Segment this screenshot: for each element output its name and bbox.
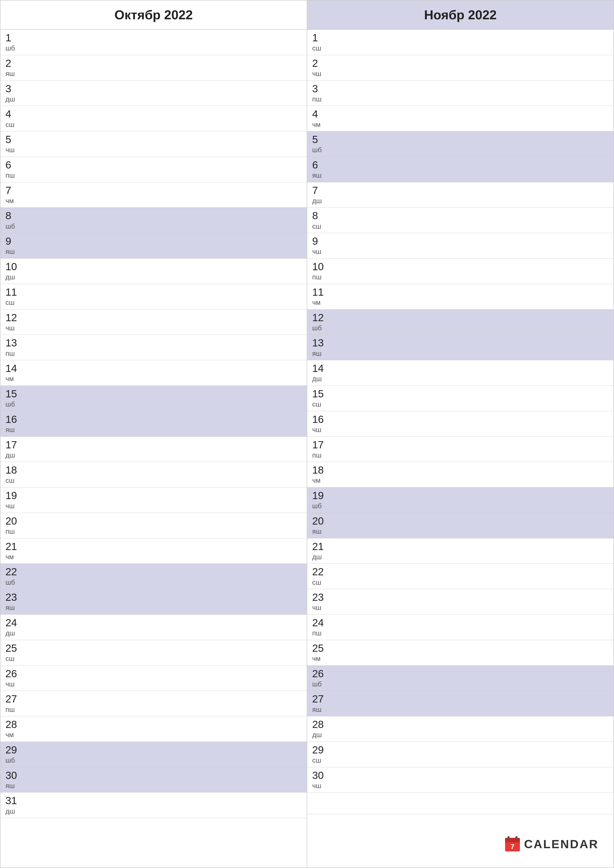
day-info: 7 дш [312, 185, 322, 205]
day-number: 9 [312, 236, 321, 247]
day-number: 15 [312, 388, 324, 400]
day-abbr: шб [5, 400, 17, 409]
november-day-row: 24 пш [307, 615, 614, 640]
day-abbr: чш [5, 680, 17, 688]
october-day-row: 29 шб [0, 742, 307, 767]
day-number: 11 [312, 287, 324, 298]
november-day-row: 2 чш [307, 55, 614, 81]
day-abbr: дш [5, 95, 15, 104]
october-day-row: 28 чм [0, 716, 307, 742]
october-day-row: 23 яш [0, 589, 307, 615]
day-info: 1 сш [312, 32, 321, 53]
day-number: 24 [312, 617, 324, 628]
day-info: 9 яш [5, 236, 15, 256]
day-number: 14 [5, 363, 17, 374]
day-info: 5 чш [5, 134, 15, 154]
day-number: 10 [5, 261, 17, 273]
november-day-row: 10 пш [307, 259, 614, 284]
day-number: 8 [5, 210, 15, 222]
day-abbr: яш [312, 349, 324, 358]
day-number: 28 [5, 719, 17, 730]
logo-area: 7 CALENDAR [504, 835, 598, 852]
day-abbr: пш [5, 527, 17, 536]
day-abbr: яш [312, 171, 322, 180]
day-info: 25 чм [312, 643, 324, 663]
day-info: 13 яш [312, 337, 324, 358]
day-number: 13 [312, 337, 324, 349]
svg-rect-4 [516, 836, 518, 840]
november-empty-row [307, 792, 614, 814]
day-number: 31 [5, 795, 17, 806]
day-info: 30 яш [5, 770, 17, 790]
day-info: 21 дш [312, 541, 324, 561]
day-abbr: чш [5, 146, 15, 154]
november-day-row: 22 сш [307, 564, 614, 589]
day-number: 30 [312, 770, 324, 781]
november-day-row: 5 шб [307, 132, 614, 157]
day-number: 18 [5, 465, 17, 476]
day-number: 3 [312, 83, 322, 95]
november-day-row: 19 шб [307, 487, 614, 513]
day-number: 25 [312, 643, 324, 654]
november-day-row: 23 чш [307, 589, 614, 615]
november-day-row: 18 чм [307, 462, 614, 487]
day-abbr: чш [312, 426, 324, 434]
october-day-row: 11 сш [0, 284, 307, 310]
day-info: 19 шб [312, 490, 324, 510]
day-info: 4 сш [5, 108, 14, 129]
day-abbr: сш [5, 298, 17, 307]
day-number: 27 [5, 693, 17, 705]
day-number: 2 [312, 57, 321, 69]
day-abbr: пш [312, 629, 324, 637]
day-info: 17 дш [5, 439, 17, 459]
day-info: 14 чм [5, 363, 17, 383]
day-number: 20 [5, 515, 17, 527]
day-info: 26 шб [312, 668, 324, 688]
november-day-row: 11 чм [307, 284, 614, 310]
day-info: 27 пш [5, 693, 17, 714]
november-day-row: 21 дш [307, 538, 614, 564]
november-day-row: 13 яш [307, 335, 614, 360]
day-number: 17 [5, 439, 17, 451]
october-day-row: 31 дш [0, 792, 307, 818]
day-abbr: шб [5, 44, 15, 53]
october-day-row: 6 пш [0, 157, 307, 182]
day-abbr: яш [312, 527, 324, 536]
november-day-row: 27 яш [307, 691, 614, 716]
day-number: 30 [5, 770, 17, 781]
october-days: 1 шб 2 яш 3 дш 4 сш 5 чш [0, 30, 307, 868]
day-abbr: дш [312, 731, 324, 739]
day-abbr: чш [312, 782, 324, 790]
day-abbr: шб [5, 222, 15, 231]
day-abbr: чм [5, 731, 17, 739]
october-day-row: 22 шб [0, 564, 307, 589]
day-info: 3 пш [312, 83, 322, 104]
day-number: 21 [312, 541, 324, 552]
october-day-row: 16 яш [0, 411, 307, 437]
day-abbr: шб [312, 502, 324, 510]
october-day-row: 19 чш [0, 487, 307, 513]
day-info: 11 чм [312, 287, 324, 307]
day-info: 8 сш [312, 210, 321, 230]
day-info: 20 пш [5, 515, 17, 536]
day-info: 25 сш [5, 643, 17, 663]
day-number: 29 [5, 744, 17, 756]
logo-text: CALENDAR [524, 837, 598, 851]
day-number: 3 [5, 83, 15, 95]
october-day-row: 20 пш [0, 513, 307, 538]
october-title: Октябр 2022 [114, 8, 193, 22]
day-abbr: чш [312, 248, 321, 256]
day-info: 28 чм [5, 719, 17, 739]
day-abbr: сш [5, 121, 14, 129]
day-abbr: чм [5, 553, 17, 561]
day-number: 6 [5, 160, 15, 171]
day-number: 26 [5, 668, 17, 679]
day-number: 24 [5, 617, 17, 628]
october-day-row: 3 дш [0, 81, 307, 106]
day-number: 15 [5, 388, 17, 400]
day-info: 7 чм [5, 185, 14, 205]
day-info: 26 чш [5, 668, 17, 688]
day-abbr: чм [5, 197, 14, 205]
october-day-row: 2 яш [0, 55, 307, 81]
november-day-row: 28 дш [307, 716, 614, 742]
